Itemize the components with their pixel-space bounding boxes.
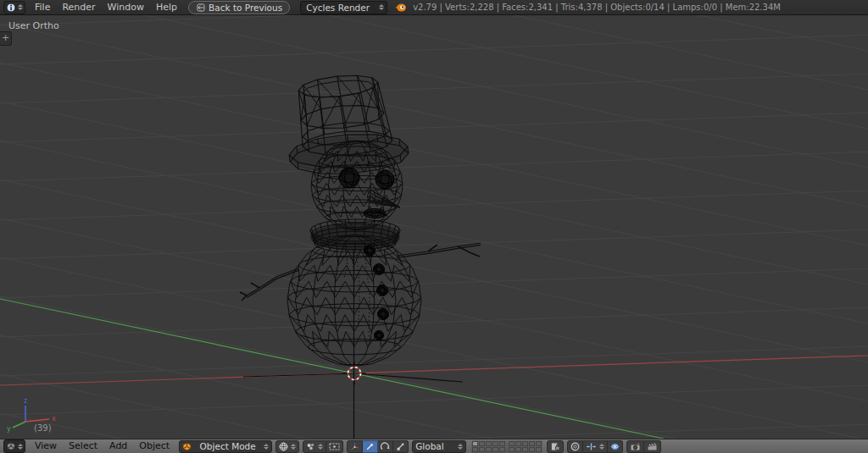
- rotate-arc-icon: [381, 442, 390, 451]
- layer-toggle[interactable]: [509, 441, 515, 446]
- frame-number-label: (39): [34, 423, 52, 433]
- manipulate-centers-icon: [329, 442, 340, 451]
- layer-toggle[interactable]: [492, 447, 498, 452]
- render-clapperboard-icon: [647, 442, 658, 451]
- menu-view[interactable]: View: [29, 439, 63, 453]
- layer-toggle[interactable]: [509, 447, 515, 452]
- layer-toggle[interactable]: [499, 447, 505, 452]
- object-mode-cube-icon: [182, 442, 192, 451]
- blender-logo: [394, 2, 407, 13]
- layer-toggle[interactable]: [472, 441, 478, 446]
- scene-canvas[interactable]: zxy: [0, 15, 868, 439]
- layer-toggle[interactable]: [499, 441, 505, 446]
- menu-render[interactable]: Render: [56, 0, 101, 14]
- layer-toggle[interactable]: [515, 441, 521, 446]
- scene-stats: v2.79 | Verts:2,228 | Faces:2,341 | Tris…: [413, 3, 781, 12]
- layer-toggle[interactable]: [529, 447, 535, 452]
- pivot-point-select[interactable]: [303, 440, 326, 453]
- layer-toggle[interactable]: [472, 447, 478, 452]
- manipulator-toggle[interactable]: [347, 440, 363, 453]
- svg-text:x: x: [52, 415, 56, 423]
- layer-toggle[interactable]: [492, 441, 498, 446]
- dropdown-arrows-icon: [458, 444, 463, 450]
- editor-3dview-icon: [6, 441, 16, 451]
- editor-type-button[interactable]: [3, 1, 25, 14]
- orientation-value: Global: [415, 441, 444, 451]
- proportional-edit-toggle[interactable]: [567, 440, 583, 453]
- back-to-previous-label: Back to Previous: [209, 3, 282, 13]
- layer-toggle[interactable]: [486, 441, 492, 446]
- lock-to-scene-toggle[interactable]: [547, 440, 564, 453]
- menu-file[interactable]: File: [29, 0, 56, 14]
- svg-text:z: z: [24, 397, 27, 405]
- back-arrow-icon: [196, 3, 205, 12]
- viewport-editor-type-button[interactable]: [3, 439, 25, 453]
- 3d-viewport[interactable]: zxy User Ortho + (39): [0, 15, 868, 439]
- layer-toggle[interactable]: [479, 447, 485, 452]
- scale-icon: [396, 442, 405, 451]
- snap-increment-icon: [586, 442, 597, 451]
- snap-target-button[interactable]: [608, 440, 623, 453]
- info-header: File Render Window Help Back to Previous…: [0, 0, 868, 15]
- viewport-shading-sphere-icon: [279, 442, 288, 451]
- layer-toggle[interactable]: [522, 447, 528, 452]
- menu-add[interactable]: Add: [103, 439, 133, 453]
- layer-widget: [471, 440, 542, 453]
- view-orientation-label: User Ortho: [8, 20, 59, 31]
- viewport-shading-select[interactable]: [275, 440, 299, 453]
- mode-select-value: Object Mode: [200, 441, 256, 451]
- render-camera-icon: [630, 442, 641, 451]
- layer-toggle[interactable]: [486, 447, 492, 452]
- transform-orientation-select[interactable]: Global: [412, 440, 466, 453]
- dropdown-arrows-icon: [264, 444, 269, 450]
- blender-window: File Render Window Help Back to Previous…: [0, 0, 868, 453]
- viewport-header: View Select Add Object Object Mode: [0, 439, 868, 453]
- layer-toggle[interactable]: [515, 447, 521, 452]
- layer-toggle[interactable]: [536, 447, 542, 452]
- svg-text:y: y: [7, 425, 11, 433]
- render-engine-value: Cycles Render: [306, 3, 370, 13]
- menu-help[interactable]: Help: [150, 0, 183, 14]
- pivot-median-icon: [306, 442, 315, 451]
- mode-select[interactable]: Object Mode: [179, 440, 272, 453]
- menu-select[interactable]: Select: [63, 439, 103, 453]
- layer-toggle[interactable]: [536, 441, 542, 446]
- manipulator-axes-icon: [350, 442, 359, 451]
- menu-window[interactable]: Window: [102, 0, 150, 14]
- rotate-manipulator-button[interactable]: [378, 440, 393, 453]
- layer-toggle[interactable]: [522, 441, 528, 446]
- translate-manipulator-button[interactable]: [363, 440, 378, 453]
- dropdown-arrows-icon: [291, 444, 296, 450]
- back-to-previous-button[interactable]: Back to Previous: [188, 1, 290, 14]
- manipulate-centers-toggle[interactable]: [326, 440, 343, 453]
- layer-toggle[interactable]: [529, 441, 535, 446]
- render-engine-select[interactable]: Cycles Render: [300, 1, 387, 14]
- proportional-edit-icon: [570, 442, 580, 451]
- dropdown-arrows-icon: [318, 444, 323, 450]
- dropdown-arrows-icon: [599, 444, 604, 450]
- info-editor-icon: [6, 3, 16, 13]
- translate-arrow-icon: [365, 442, 375, 451]
- layer-toggle[interactable]: [479, 441, 485, 446]
- snap-toggle[interactable]: [583, 440, 608, 453]
- snap-target-globe-icon: [610, 442, 620, 451]
- toolshelf-expand-button[interactable]: +: [0, 31, 12, 46]
- lock-icon: [550, 442, 560, 451]
- opengl-render-anim-button[interactable]: [644, 440, 661, 453]
- opengl-render-still-button[interactable]: [626, 440, 644, 453]
- menu-object[interactable]: Object: [133, 439, 175, 453]
- scale-manipulator-button[interactable]: [393, 440, 409, 453]
- dropdown-arrows-icon: [379, 4, 384, 10]
- dropdown-arrows-icon: [18, 444, 23, 450]
- dropdown-arrows-icon: [18, 4, 23, 10]
